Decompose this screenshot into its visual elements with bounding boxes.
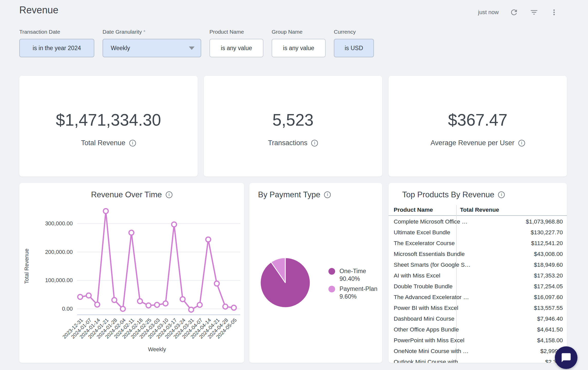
filter-list-icon (530, 8, 538, 17)
data-point[interactable] (197, 302, 202, 307)
filter-chip-date-granularity[interactable]: Weekly (103, 39, 201, 57)
filter-label: Group Name (272, 29, 326, 35)
filter-chip-product-name[interactable]: is any value (209, 39, 263, 57)
product-name-cell[interactable]: The Excelerator Course (394, 238, 455, 249)
product-name-cell[interactable]: Ultimate Excel Bundle (394, 227, 450, 238)
product-name-cell[interactable]: Outlook Mini Course with (394, 357, 458, 363)
product-name-cell[interactable]: AI with Miss Excel (394, 270, 440, 281)
data-point[interactable] (103, 209, 108, 214)
table-row: Sheet Smarts (for Google S…$18,949.60 (389, 260, 567, 270)
product-name-cell[interactable]: Double Trouble Bundle (394, 281, 453, 292)
chevron-down-icon (189, 47, 195, 50)
total-revenue-cell[interactable]: $4,641.50 (537, 324, 563, 335)
filter-value: is USD (345, 45, 363, 52)
table-body: Complete Microsoft Office …$1,073,968.80… (389, 216, 567, 363)
total-revenue-cell[interactable]: $18,949.60 (534, 260, 563, 270)
product-name-cell[interactable]: PowerPoint with Miss Excel (394, 335, 464, 346)
product-name-cell[interactable]: OneNote Mini Course with … (394, 346, 468, 357)
refresh-icon (510, 8, 518, 17)
revenue-line-series (80, 211, 234, 310)
filter-value: is any value (221, 45, 252, 52)
filter-group-date-granularity: Date Granularity *Weekly (103, 29, 201, 57)
column-header-product-name[interactable]: Product Name (394, 205, 433, 215)
kpi-card-total-revenue: $1,471,334.30Total Revenue (19, 76, 198, 177)
kpi-label: Average Revenue per User (430, 139, 525, 147)
column-header-total-revenue[interactable]: Total Revenue (460, 205, 499, 215)
info-icon[interactable] (518, 140, 525, 146)
data-point[interactable] (78, 294, 83, 299)
product-name-cell[interactable]: Complete Microsoft Office … (394, 216, 467, 227)
data-point[interactable] (172, 222, 177, 227)
refresh-button[interactable] (509, 7, 519, 17)
total-revenue-cell[interactable]: $112,541.20 (531, 238, 563, 249)
more-options-button[interactable] (549, 7, 559, 17)
chat-bubble-icon (561, 352, 572, 363)
data-point[interactable] (137, 299, 142, 304)
table-title: Top Products By Revenue (402, 190, 505, 199)
revenue-over-time-card: Revenue Over Time 0.00100,000.00200,000.… (19, 183, 244, 363)
total-revenue-cell[interactable]: $17,353.20 (534, 270, 563, 281)
table-row: Dashboard Mini Course$7,946.40 (389, 313, 567, 324)
total-revenue-cell[interactable]: $4,158.00 (537, 335, 563, 346)
filter-chip-currency[interactable]: is USD (334, 39, 374, 57)
legend-swatch (328, 268, 335, 275)
revenue-dashboard: Revenue just now Transaction Dateis in t… (0, 0, 588, 370)
product-name-cell[interactable]: The Advanced Excelerator … (394, 292, 469, 303)
data-point[interactable] (189, 307, 194, 312)
chat-launcher-button[interactable] (555, 346, 577, 369)
data-point[interactable] (223, 304, 228, 309)
data-point[interactable] (214, 281, 219, 286)
filter-chip-transaction-date[interactable]: is in the year 2024 (19, 39, 94, 57)
data-point[interactable] (129, 230, 134, 235)
product-name-cell[interactable]: Microsoft Essentials Bundle (394, 249, 465, 260)
product-name-cell[interactable]: Dashboard Mini Course (394, 313, 454, 324)
y-tick-label: 100,000.00 (45, 277, 73, 283)
data-point[interactable] (180, 297, 185, 302)
total-revenue-cell[interactable]: $7,946.40 (537, 313, 563, 324)
filter-group-currency: Currencyis USD (334, 29, 374, 57)
data-point[interactable] (86, 293, 91, 298)
total-revenue-cell[interactable]: $17,254.05 (534, 281, 563, 292)
data-point[interactable] (112, 298, 117, 302)
page-title: Revenue (19, 5, 58, 16)
data-point[interactable] (206, 237, 211, 242)
total-revenue-cell[interactable]: $16,097.60 (534, 292, 563, 303)
dashboard-filters-button[interactable] (529, 7, 539, 17)
data-point[interactable] (95, 302, 100, 307)
data-point[interactable] (146, 303, 151, 308)
data-point[interactable] (155, 302, 160, 307)
kpi-value: 5,523 (272, 112, 314, 128)
filter-group-product-name: Product Nameis any value (209, 29, 263, 57)
total-revenue-cell[interactable]: $13,557.55 (534, 303, 563, 313)
filter-value: is in the year 2024 (33, 45, 81, 52)
table-row: Microsoft Essentials Bundle$43,008.00 (389, 249, 567, 260)
filter-bar: Transaction Dateis in the year 2024Date … (19, 29, 374, 57)
kpi-value: $367.47 (448, 112, 507, 128)
legend-label: One-Time (339, 267, 366, 275)
table-row: Other Office Apps Bundle$4,641.50 (389, 324, 567, 335)
y-tick-label: 200,000.00 (45, 249, 73, 255)
table-title-text: Top Products By Revenue (402, 190, 494, 199)
data-point[interactable] (232, 305, 236, 310)
table-row: PowerPoint with Miss Excel$4,158.00 (389, 335, 567, 346)
table-row: Complete Microsoft Office …$1,073,968.80 (389, 216, 567, 227)
info-icon[interactable] (129, 140, 136, 146)
data-point[interactable] (121, 307, 125, 311)
product-name-cell[interactable]: Sheet Smarts (for Google S… (394, 260, 471, 270)
table-row: The Excelerator Course$112,541.20 (389, 238, 567, 249)
filter-chip-group-name[interactable]: is any value (272, 39, 326, 57)
total-revenue-cell[interactable]: $43,008.00 (534, 249, 563, 260)
total-revenue-cell[interactable]: $1,073,968.80 (526, 216, 563, 227)
total-revenue-cell[interactable]: $130,227.70 (531, 227, 563, 238)
product-name-cell[interactable]: Power BI with Miss Excel (394, 303, 458, 313)
toolbar: just now (478, 6, 559, 19)
table-row: Ultimate Excel Bundle$130,227.70 (389, 227, 567, 238)
legend-item-payment-plan: Payment-Plan9.60% (328, 285, 378, 300)
data-point[interactable] (163, 301, 168, 306)
last-refreshed-label: just now (478, 9, 499, 16)
legend-percentage: 9.60% (339, 293, 378, 300)
info-icon[interactable] (311, 140, 318, 146)
info-icon[interactable] (498, 191, 505, 198)
filter-label: Date Granularity * (103, 29, 201, 35)
product-name-cell[interactable]: Other Office Apps Bundle (394, 324, 459, 335)
